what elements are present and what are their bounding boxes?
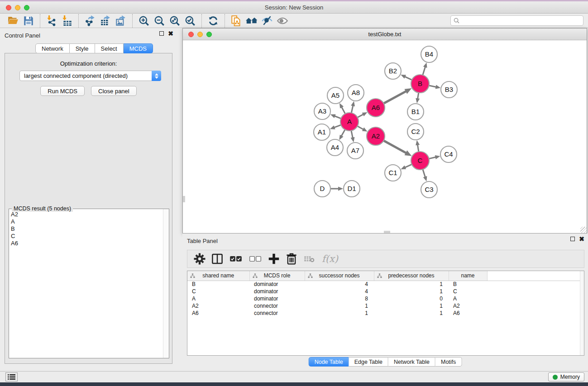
result-list-item[interactable]: C <box>11 233 163 240</box>
table-cell[interactable]: A6 <box>187 310 249 317</box>
table-cell[interactable]: 4 <box>305 281 374 288</box>
table-cell[interactable]: A2 <box>187 302 249 310</box>
export-network-icon[interactable] <box>82 14 98 28</box>
column-header-successor-nodes[interactable]: successor nodes <box>305 271 374 281</box>
export-image-icon[interactable] <box>113 14 129 28</box>
import-network-icon[interactable] <box>44 14 59 28</box>
tab-edge-table[interactable]: Edge Table <box>349 357 388 367</box>
mcds-result-list[interactable]: A2ABCA6 <box>9 210 163 358</box>
table-cell[interactable]: dominator <box>249 295 305 302</box>
tab-style[interactable]: Style <box>70 43 95 53</box>
network-minimize-button[interactable] <box>197 32 203 37</box>
tab-network[interactable]: Network <box>35 43 70 53</box>
close-table-panel-icon[interactable]: ✖ <box>579 237 584 241</box>
close-panel-icon[interactable]: ✖ <box>168 31 173 36</box>
result-list-item[interactable]: B <box>11 225 163 233</box>
run-mcds-button[interactable]: Run MCDS <box>40 86 85 96</box>
zoom-window-button[interactable] <box>24 5 29 10</box>
table-cell[interactable]: A6 <box>449 310 487 317</box>
first-neighbors-icon[interactable] <box>244 14 259 28</box>
table-cell[interactable]: A <box>187 295 249 302</box>
table-cell[interactable]: A <box>449 295 487 302</box>
save-session-icon[interactable] <box>21 14 36 28</box>
window-resize-gripper[interactable] <box>580 227 587 233</box>
network-canvas[interactable]: B4B2BB3A5A8A6A3B1AA1C2A2A4A7C4CC1DD1C3 <box>183 40 587 233</box>
table-cell[interactable]: 1 <box>305 302 374 310</box>
refresh-view-icon[interactable] <box>206 14 221 28</box>
column-header-predecessor-nodes[interactable]: predecessor nodes <box>374 271 449 281</box>
network-close-button[interactable] <box>188 32 194 37</box>
result-list-item[interactable]: A <box>11 218 163 225</box>
table-scrollbar[interactable] <box>580 271 584 355</box>
zoom-selected-icon[interactable] <box>182 14 198 28</box>
create-column-icon[interactable] <box>267 252 281 266</box>
export-table-icon[interactable] <box>98 14 113 28</box>
minimize-window-button[interactable] <box>15 5 20 10</box>
canvas-horizontal-scroll-nub[interactable] <box>384 231 390 233</box>
table-cell[interactable]: 1 <box>374 302 449 310</box>
result-list-scrollbar[interactable] <box>163 209 169 358</box>
graph-edge[interactable] <box>422 67 425 76</box>
table-cell[interactable]: A2 <box>449 302 487 310</box>
table-cell[interactable]: 8 <box>305 295 374 302</box>
open-file-icon[interactable] <box>5 14 21 28</box>
result-list-item[interactable]: A6 <box>11 240 163 247</box>
tab-motifs[interactable]: Motifs <box>435 357 462 367</box>
search-input[interactable] <box>459 18 580 24</box>
table-cell[interactable]: connector <box>249 302 305 310</box>
column-header-name[interactable]: name <box>449 271 487 281</box>
zoom-fit-icon[interactable] <box>167 14 182 28</box>
new-network-from-selection-icon[interactable] <box>229 14 244 28</box>
table-row[interactable]: A2connector11A2 <box>187 302 584 310</box>
deselect-all-rows-icon[interactable] <box>248 252 263 266</box>
column-header-mcds-role[interactable]: MCDS role <box>249 271 305 281</box>
criterion-dropdown[interactable]: largest connected component (directed) <box>19 71 161 81</box>
close-window-button[interactable] <box>6 5 11 10</box>
graph-edge[interactable] <box>383 140 406 153</box>
graph-edge-arrowhead <box>435 85 441 89</box>
select-all-rows-icon[interactable] <box>228 252 244 266</box>
tab-network-table[interactable]: Network Table <box>388 357 435 367</box>
result-list-item[interactable]: A2 <box>11 211 163 218</box>
delete-columns-icon[interactable] <box>285 252 298 266</box>
graph-edge[interactable] <box>383 91 406 104</box>
tab-node-table[interactable]: Node Table <box>309 357 349 367</box>
tab-mcds[interactable]: MCDS <box>124 43 153 53</box>
graph-edge[interactable] <box>422 168 425 177</box>
table-cell[interactable]: 1 <box>305 310 374 317</box>
network-zoom-button[interactable] <box>206 32 212 37</box>
canvas-vertical-scroll-nub[interactable] <box>183 196 185 202</box>
table-row[interactable]: A6connector11A6 <box>187 310 584 317</box>
search-field[interactable] <box>450 15 583 26</box>
table-cell[interactable]: dominator <box>249 281 305 288</box>
table-row[interactable]: Adominator80A <box>187 295 584 302</box>
close-panel-button[interactable]: Close panel <box>91 86 137 96</box>
column-header-shared-name[interactable]: shared name <box>187 271 249 281</box>
table-row[interactable]: Bdominator41B <box>187 281 584 288</box>
float-panel-icon[interactable] <box>159 31 164 36</box>
column-selector-icon[interactable] <box>210 252 224 266</box>
table-cell[interactable]: B <box>187 281 249 288</box>
show-all-icon[interactable] <box>275 14 290 28</box>
table-row[interactable]: Cdominator41C <box>187 288 584 295</box>
table-cell[interactable]: 4 <box>305 288 374 295</box>
table-cell[interactable]: B <box>449 281 487 288</box>
control-panel: Control Panel ✖ Network Style Select MCD… <box>0 28 177 371</box>
zoom-out-icon[interactable] <box>152 14 167 28</box>
table-cell[interactable]: dominator <box>249 288 305 295</box>
task-history-button[interactable] <box>5 372 18 381</box>
table-cell[interactable]: 1 <box>374 310 449 317</box>
table-cell[interactable]: 1 <box>374 281 449 288</box>
hide-selected-icon[interactable] <box>259 14 275 28</box>
zoom-in-icon[interactable] <box>136 14 152 28</box>
float-table-panel-icon[interactable] <box>570 237 575 241</box>
table-cell[interactable]: connector <box>249 310 305 317</box>
table-cell[interactable]: C <box>187 288 249 295</box>
table-cell[interactable]: 0 <box>374 295 449 302</box>
table-cell[interactable]: 1 <box>374 288 449 295</box>
import-table-icon[interactable] <box>59 14 75 28</box>
table-options-gear-icon[interactable] <box>193 252 206 266</box>
memory-button[interactable]: Memory <box>548 372 584 381</box>
table-cell[interactable]: C <box>449 288 487 295</box>
tab-select[interactable]: Select <box>95 43 124 53</box>
